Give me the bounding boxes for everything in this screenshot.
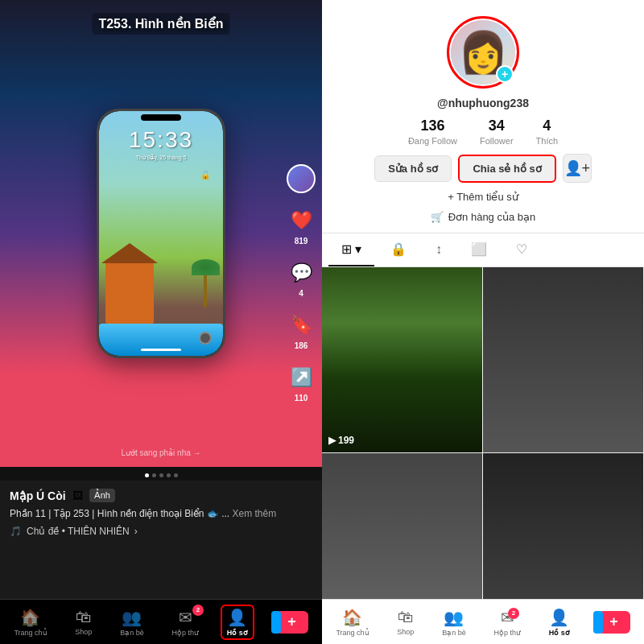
tab-liked[interactable]: ♡ <box>503 233 540 266</box>
comment-icon: 💬 <box>287 258 316 287</box>
left-nav-friends[interactable]: 👥 Bạn bè <box>114 605 151 640</box>
following-count: 136 <box>420 118 444 134</box>
dot-4 <box>167 473 171 477</box>
phone-screen: 15:33 Thứ Bảy, 25 tháng 5 🔓 <box>99 111 223 356</box>
right-panel: + @nhuphuong238 136 Đang Follow 34 Follo… <box>322 0 644 644</box>
like-action[interactable]: ❤️ 819 <box>287 206 316 246</box>
video-actions: ❤️ 819 💬 4 🔖 186 ↗️ 110 <box>287 164 316 402</box>
right-nav-shop[interactable]: 🛍 Shop <box>397 608 414 636</box>
right-friends-label: Bạn bè <box>442 629 466 637</box>
right-nav-friends[interactable]: 👥 Bạn bè <box>442 608 466 637</box>
add-follow-badge[interactable]: + <box>496 65 514 83</box>
comment-count: 4 <box>299 289 303 298</box>
tab-videos[interactable]: ⊞ ▾ <box>328 233 374 266</box>
left-nav-inbox[interactable]: ✉ Hộp thư 2 <box>165 605 205 640</box>
video-thumbnail-3[interactable] <box>322 453 482 599</box>
right-nav-home[interactable]: 🏠 Trang chủ <box>336 608 369 637</box>
right-home-label: Trang chủ <box>336 629 369 637</box>
phone-mockup: 15:33 Thứ Bảy, 25 tháng 5 🔓 <box>97 109 225 358</box>
profile-header: + @nhuphuong238 136 Đang Follow 34 Follo… <box>322 0 644 233</box>
bookmark-count: 186 <box>295 341 308 350</box>
home-label: Trang chủ <box>14 629 47 637</box>
likes-count: 4 <box>543 118 551 134</box>
phone-bottom-bar <box>141 349 181 351</box>
left-nav-shop[interactable]: 🛍 Shop <box>68 605 98 639</box>
xem-them-link[interactable]: Xem thêm <box>233 508 277 519</box>
right-nav-profile[interactable]: 👤 Hồ sơ <box>549 608 570 637</box>
video-thumbnail-4[interactable] <box>483 453 643 599</box>
add-person-icon: 👤+ <box>564 159 591 177</box>
stats-row: 136 Đang Follow 34 Follower 4 Thích <box>408 118 558 146</box>
left-nav-profile[interactable]: 👤 Hồ sơ <box>221 605 254 640</box>
bio-row[interactable]: + Thêm tiểu sử <box>448 191 518 203</box>
shop-label: Shop <box>75 628 92 636</box>
dot-1 <box>145 473 149 477</box>
right-shop-label: Shop <box>397 628 414 636</box>
left-add-button[interactable]: + <box>270 608 315 637</box>
profile-icon: 👤 <box>227 608 247 627</box>
left-panel: T253. Hình nền Biển 15:33 Thứ Bảy, 25 th… <box>0 0 322 644</box>
video-thumbnail-1[interactable]: ▶ 199 <box>322 267 482 452</box>
orders-label: Đơn hàng của bạn <box>448 211 536 223</box>
right-add-btn-inner: + <box>603 611 625 634</box>
share-profile-button[interactable]: Chia sẻ hồ sơ <box>458 155 555 183</box>
heart-icon: ❤️ <box>287 206 316 235</box>
beach-house <box>105 259 154 324</box>
phone-notch <box>141 114 181 121</box>
topic-row[interactable]: 🎵 Chủ đề • THIÊN NHIÊN › <box>10 526 312 537</box>
comment-action[interactable]: 💬 4 <box>287 258 316 298</box>
right-bottom-nav: 🏠 Trang chủ 🛍 Shop 👥 Bạn bè ✉ Hộp thư 2 … <box>322 599 644 644</box>
chevron-right-icon: › <box>134 526 138 537</box>
tab-locked[interactable]: 🔒 <box>378 233 419 266</box>
share-count: 110 <box>295 394 308 402</box>
avatar-action[interactable] <box>287 164 316 193</box>
phone-time: 15:33 <box>129 127 193 153</box>
video-thumbnail-2[interactable] <box>483 267 643 452</box>
beach-palm <box>204 259 207 308</box>
image-tag-icon: 🖼 <box>72 489 83 502</box>
right-shop-icon: 🛍 <box>398 608 414 626</box>
tab-saved[interactable]: ⬜ <box>458 233 500 266</box>
video-area[interactable]: T253. Hình nền Biển 15:33 Thứ Bảy, 25 th… <box>0 0 322 467</box>
right-add-btn[interactable]: + <box>598 611 630 634</box>
right-nav-inbox[interactable]: ✉ Hộp thư 2 <box>493 608 521 637</box>
bottom-info: Mập Ú Còi 🖼 Ảnh Phần 11 | Tập 253 | Hình… <box>0 481 322 599</box>
right-inbox-label: Hộp thư <box>493 629 521 637</box>
dots-row <box>0 467 322 481</box>
home-icon: 🏠 <box>20 608 40 627</box>
friends-label: Bạn bè <box>120 629 144 637</box>
edit-profile-button[interactable]: Sửa hồ sơ <box>374 155 452 182</box>
topic-icon: 🎵 <box>10 526 22 537</box>
right-profile-label: Hồ sơ <box>549 629 570 637</box>
likes-stat[interactable]: 4 Thích <box>536 118 559 146</box>
filter-dropdown-icon: ▾ <box>355 242 361 257</box>
dot-2 <box>152 473 156 477</box>
add-btn-inner: + <box>281 611 303 634</box>
left-nav-home[interactable]: 🏠 Trang chủ <box>7 605 53 640</box>
followers-label: Follower <box>480 136 514 146</box>
dot-3 <box>159 473 163 477</box>
avatar-wrapper: + <box>447 16 519 89</box>
dot-5 <box>174 473 178 477</box>
bookmark-icon: 🔖 <box>287 311 316 340</box>
share-icon: ↗️ <box>287 363 316 392</box>
shop-icon: 🛍 <box>76 608 92 626</box>
profile-actions-row: Sửa hồ sơ Chia sẻ hồ sơ 👤+ <box>374 154 592 183</box>
swipe-hint: Lướt sang phải nha → <box>121 448 200 457</box>
followers-stat[interactable]: 34 Follower <box>480 118 514 146</box>
likes-label: Thích <box>536 136 559 146</box>
add-friend-button[interactable]: 👤+ <box>563 154 592 183</box>
following-stat[interactable]: 136 Đang Follow <box>408 118 457 146</box>
profile-username: @nhuphuong238 <box>437 97 529 109</box>
tab-repost[interactable]: ↕️ <box>423 234 455 266</box>
phone-lock-icon: 🔓 <box>200 171 210 180</box>
share-action[interactable]: ↗️ 110 <box>287 363 316 402</box>
bookmark-action[interactable]: 🔖 186 <box>287 311 316 350</box>
video-title: T253. Hình nền Biển <box>92 13 229 35</box>
topic-label: Chủ đề • THIÊN NHIÊN <box>27 526 130 537</box>
right-add-button[interactable]: + <box>598 611 630 634</box>
profile-label: Hồ sơ <box>227 629 248 637</box>
orders-row[interactable]: 🛒 Đơn hàng của bạn <box>431 211 536 223</box>
add-btn[interactable]: + <box>276 611 308 634</box>
content-grid: ▶ 199 <box>322 267 644 599</box>
